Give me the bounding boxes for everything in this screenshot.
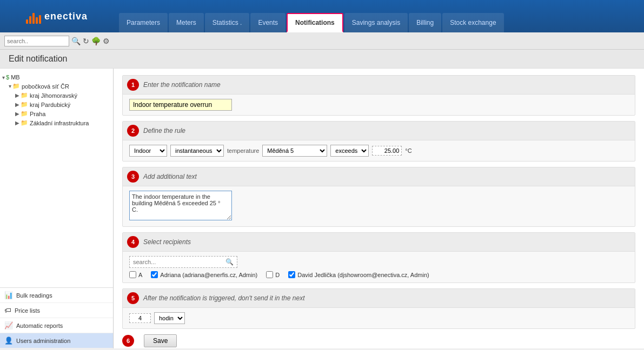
step-4-section: 4 Select recipients 🔍 A xyxy=(122,232,635,283)
tree-item-jihomoravsky[interactable]: ▶ 📁 kraj Jihomoravský xyxy=(0,91,113,100)
header: enectiva Parameters Meters Statistics . … xyxy=(0,0,644,32)
step-2-section: 2 Define the rule Indoor Outdoor instant… xyxy=(122,121,635,161)
additional-text-input[interactable]: The indoor temperature in the building M… xyxy=(129,191,232,220)
step-4-badge: 4 xyxy=(127,236,139,248)
sidebar-link-label: Automatic reports xyxy=(16,322,63,329)
tree-arrow: ▶ xyxy=(15,120,19,126)
recipient-D[interactable]: D xyxy=(266,271,280,278)
tree-item-pardubicky[interactable]: ▶ 📁 kraj Pardubický xyxy=(0,100,113,109)
recipient-david-label: David Jedlička (djshowroom@enectiva.cz, … xyxy=(297,272,429,278)
bar4 xyxy=(36,17,38,24)
cooldown-value-input[interactable] xyxy=(129,313,151,323)
rule-unit-label: °C xyxy=(405,147,411,154)
recipient-david-checkbox[interactable] xyxy=(288,271,295,278)
toolbar-icons: 🔍 ↻ 🌳 ⚙ xyxy=(71,37,110,45)
content-inner: 1 Enter the notification name 2 Define t… xyxy=(114,69,644,348)
recipients-search-input[interactable] xyxy=(133,259,225,265)
tree-item-infrastruktura[interactable]: ▶ 📁 Základní infrastruktura xyxy=(0,118,113,127)
logo-bars-icon xyxy=(26,9,41,24)
rule-type-select[interactable]: Indoor Outdoor xyxy=(129,145,167,157)
step-2-header: 2 Define the rule xyxy=(123,122,635,140)
sidebar-link-bulk[interactable]: 📊 Bulk readings xyxy=(0,288,113,303)
content-area: 1 Enter the notification name 2 Define t… xyxy=(114,69,644,348)
sidebar-link-price[interactable]: 🏷 Price lists xyxy=(0,303,113,318)
step-4-label: Select recipients xyxy=(143,238,191,246)
step-1-header: 1 Enter the notification name xyxy=(123,76,635,95)
step-2-badge: 2 xyxy=(127,125,139,137)
logo: enectiva xyxy=(26,9,88,24)
page-title: Edit notification xyxy=(9,54,68,63)
recipients-search-wrapper: 🔍 xyxy=(129,256,237,268)
sidebar-link-label: Users administration xyxy=(16,338,70,344)
notification-name-input[interactable] xyxy=(129,99,232,111)
rule-condition-select[interactable]: exceeds below xyxy=(330,145,369,157)
bar2 xyxy=(29,16,31,24)
tab-events[interactable]: Events xyxy=(250,13,286,32)
search-icon[interactable]: 🔍 xyxy=(71,37,81,45)
sidebar-bottom: 📊 Bulk readings 🏷 Price lists 📈 Automati… xyxy=(0,287,113,348)
rule-period-select[interactable]: instantaneous hourly daily xyxy=(170,145,224,157)
rule-metric-label: temperature xyxy=(227,147,259,154)
tab-meters[interactable]: Meters xyxy=(169,13,204,32)
step-5-header: 5 After the notification is triggered, d… xyxy=(123,289,635,308)
tab-notifications[interactable]: Notifications xyxy=(287,13,343,32)
sidebar-tree: ▾ $ MB ▾ 📁 pobočková síť ČR ▶ 📁 kraj Jih… xyxy=(0,69,113,287)
folder-icon: 📁 xyxy=(21,119,28,126)
tree-item-pobockova[interactable]: ▾ 📁 pobočková síť ČR xyxy=(0,82,113,91)
sidebar-link-users[interactable]: 👤 Users administration xyxy=(0,333,113,348)
recipient-adriana-checkbox[interactable] xyxy=(151,271,158,278)
step-4-body: 🔍 A Adriana (adriana@enerfis.cz, Admin) xyxy=(123,252,635,282)
step-3-body: The indoor temperature in the building M… xyxy=(123,186,635,226)
step-6-row: 6 Save xyxy=(122,334,635,347)
step-1-label: Enter the notification name xyxy=(143,81,221,89)
tab-billing[interactable]: Billing xyxy=(409,13,441,32)
tab-statistics[interactable]: Statistics . xyxy=(205,13,250,32)
tree-label: Základní infrastruktura xyxy=(30,120,89,126)
tab-parameters[interactable]: Parameters xyxy=(119,13,168,32)
price-icon: 🏷 xyxy=(4,306,11,314)
tree-item-praha[interactable]: ▶ 📁 Praha xyxy=(0,109,113,118)
rule-location-select[interactable]: Měděná 5 xyxy=(262,145,327,157)
folder-icon: 📁 xyxy=(12,83,20,90)
tab-stock[interactable]: Stock exchange xyxy=(442,13,503,32)
tree-arrow: ▾ xyxy=(2,75,5,80)
tree-arrow: ▾ xyxy=(9,83,11,89)
recipient-A-label: A xyxy=(138,272,142,278)
tree-arrow: ▶ xyxy=(15,102,19,107)
tab-savings[interactable]: Savings analysis xyxy=(344,13,408,32)
recipient-A-checkbox[interactable] xyxy=(129,271,136,278)
step-3-label: Add additional text xyxy=(143,173,197,180)
recipient-david[interactable]: David Jedlička (djshowroom@enectiva.cz, … xyxy=(288,271,429,278)
bar5 xyxy=(39,15,41,24)
step-2-body: Indoor Outdoor instantaneous hourly dail… xyxy=(123,140,635,161)
step-1-section: 1 Enter the notification name xyxy=(122,75,635,116)
tree-item-mb[interactable]: ▾ $ MB xyxy=(0,73,113,82)
recipient-adriana[interactable]: Adriana (adriana@enerfis.cz, Admin) xyxy=(151,271,257,278)
step-5-section: 5 After the notification is triggered, d… xyxy=(122,288,635,329)
cooldown-unit-select[interactable]: hodin minut dní xyxy=(154,312,185,324)
settings-icon[interactable]: ⚙ xyxy=(103,37,110,45)
step-1-badge: 1 xyxy=(127,79,139,91)
tree-icon[interactable]: 🌳 xyxy=(91,37,101,45)
step-5-label: After the notification is triggered, don… xyxy=(143,294,304,302)
step-3-badge: 3 xyxy=(127,171,139,183)
sidebar-link-reports[interactable]: 📈 Automatic reports xyxy=(0,318,113,333)
sidebar-link-label: Price lists xyxy=(15,307,40,314)
recipient-adriana-label: Adriana (adriana@enerfis.cz, Admin) xyxy=(160,272,257,278)
reports-icon: 📈 xyxy=(4,321,13,329)
tree-label: kraj Jihomoravský xyxy=(30,92,77,99)
sidebar-link-label: Bulk readings xyxy=(16,292,52,299)
save-button[interactable]: Save xyxy=(144,334,177,347)
tree-label: kraj Pardubický xyxy=(30,102,70,108)
refresh-icon[interactable]: ↻ xyxy=(83,37,89,45)
step-5-badge: 5 xyxy=(127,292,139,304)
main-nav: Parameters Meters Statistics . Events No… xyxy=(114,0,505,32)
rule-value-input[interactable] xyxy=(372,146,402,156)
search-input[interactable] xyxy=(4,36,69,46)
tree-label: MB xyxy=(11,74,20,80)
recipient-A[interactable]: A xyxy=(129,271,142,278)
search-icon: 🔍 xyxy=(225,258,234,266)
recipient-D-checkbox[interactable] xyxy=(266,271,273,278)
dollar-icon: $ xyxy=(6,74,9,80)
bar1 xyxy=(26,19,28,24)
